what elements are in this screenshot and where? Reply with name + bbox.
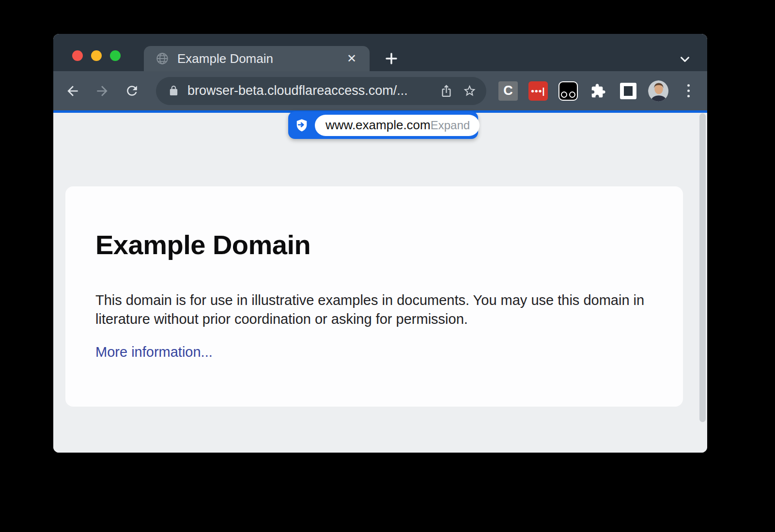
- extension-lastpass-button[interactable]: •••|: [528, 81, 548, 101]
- plus-icon: [384, 51, 399, 66]
- page-viewport: www.example.com Expand Example Domain Th…: [53, 113, 707, 453]
- profile-button[interactable]: [648, 81, 668, 101]
- share-icon: [440, 84, 453, 97]
- page-paragraph: This domain is for use in illustrative e…: [95, 291, 655, 328]
- browser-menu-button[interactable]: [678, 81, 698, 101]
- forward-arrow-icon: [94, 83, 110, 99]
- content-card: Example Domain This domain is for use in…: [65, 186, 683, 407]
- address-bar[interactable]: browser-beta.cloudflareaccess.com/...: [156, 77, 486, 105]
- side-panel-button[interactable]: [618, 81, 638, 101]
- page-title: Example Domain: [95, 229, 310, 260]
- lock-icon[interactable]: [168, 85, 179, 96]
- two-circles-extension-icon: [558, 81, 578, 101]
- minimize-window-button[interactable]: [91, 50, 102, 61]
- c-extension-icon: C: [498, 81, 518, 101]
- new-tab-button[interactable]: [381, 48, 402, 69]
- url-text[interactable]: browser-beta.cloudflareaccess.com/...: [187, 83, 437, 98]
- reload-icon: [124, 83, 140, 98]
- chevron-down-icon: [678, 52, 692, 66]
- lastpass-icon: •••|: [528, 81, 548, 101]
- back-button[interactable]: [62, 80, 83, 102]
- profile-avatar: [648, 80, 668, 102]
- isolation-shield-icon: [294, 118, 309, 133]
- three-dot-menu-icon: [687, 84, 690, 97]
- tab-title: Example Domain: [177, 51, 343, 66]
- bookmark-button[interactable]: [460, 81, 480, 101]
- reload-button[interactable]: [121, 80, 142, 102]
- close-window-button[interactable]: [72, 50, 83, 61]
- tab-close-icon[interactable]: ✕: [343, 50, 360, 67]
- isolated-domain-pill[interactable]: www.example.com Expand: [315, 115, 480, 136]
- extension-row: C •••|: [498, 71, 698, 110]
- isolation-indicator-pill[interactable]: www.example.com Expand: [288, 111, 478, 139]
- browser-tab[interactable]: Example Domain ✕: [144, 46, 370, 71]
- expand-button[interactable]: Expand: [431, 119, 470, 132]
- side-panel-icon: [620, 83, 636, 99]
- tab-search-button[interactable]: [675, 49, 695, 69]
- extension-c-button[interactable]: C: [498, 81, 518, 101]
- extension-circles-button[interactable]: [558, 81, 578, 101]
- browser-window: Example Domain ✕: [53, 34, 707, 453]
- forward-button[interactable]: [92, 80, 113, 102]
- extensions-menu-button[interactable]: [588, 81, 608, 101]
- zoom-window-button[interactable]: [110, 50, 121, 61]
- share-button[interactable]: [437, 81, 456, 100]
- more-information-link[interactable]: More information...: [95, 344, 213, 360]
- back-arrow-icon: [65, 83, 80, 99]
- tab-strip: Example Domain ✕: [53, 34, 707, 71]
- bookmark-star-icon: [463, 84, 477, 98]
- puzzle-piece-icon: [590, 83, 606, 99]
- browser-toolbar: browser-beta.cloudflareaccess.com/... C …: [53, 71, 707, 110]
- globe-favicon-icon: [155, 52, 169, 65]
- isolated-domain-text: www.example.com: [326, 118, 431, 133]
- traffic-lights: [72, 50, 121, 61]
- vertical-scrollbar[interactable]: [699, 113, 706, 422]
